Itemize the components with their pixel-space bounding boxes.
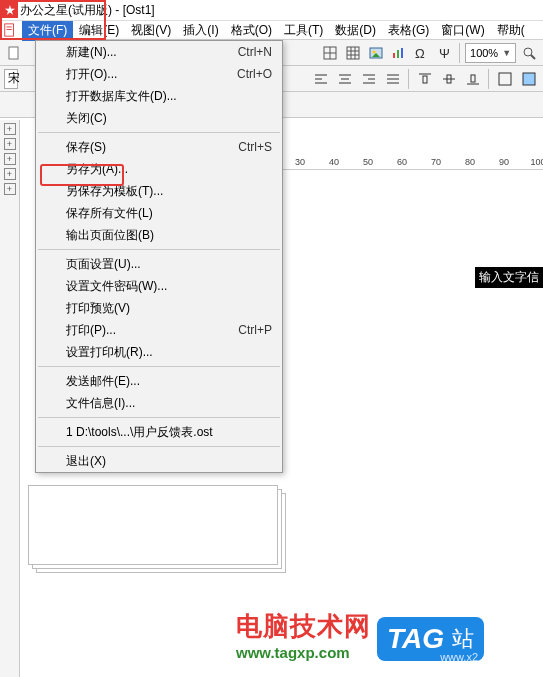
app-title: 办公之星(试用版) - [Ost1] <box>20 2 155 19</box>
app-name: 办公之星 <box>20 3 68 17</box>
tree-node[interactable]: + <box>4 138 16 150</box>
menu-send-mail[interactable]: 发送邮件(E)... <box>36 370 282 392</box>
psi-icon[interactable]: Ψ <box>434 42 454 64</box>
ruler-tick: 80 <box>453 157 487 167</box>
tree-node[interactable]: + <box>4 123 16 135</box>
svg-line-21 <box>531 55 535 59</box>
svg-rect-16 <box>397 50 399 58</box>
menubar: 文件(F) 编辑(E) 视图(V) 插入(I) 格式(O) 工具(T) 数据(D… <box>0 21 543 40</box>
new-icon[interactable] <box>4 42 24 64</box>
menu-view[interactable]: 视图(V) <box>125 20 177 41</box>
menu-page-setup[interactable]: 页面设置(U)... <box>36 253 282 275</box>
ruler-tick: 70 <box>419 157 453 167</box>
align-justify-icon[interactable] <box>382 68 403 90</box>
menu-help[interactable]: 帮助( <box>491 20 531 41</box>
menu-file-info[interactable]: 文件信息(I)... <box>36 392 282 414</box>
page-thumbnails <box>28 485 282 585</box>
menu-printer-setup[interactable]: 设置打印机(R)... <box>36 341 282 363</box>
editor-area[interactable]: 输入文字信 <box>283 172 543 677</box>
font-combo[interactable]: 宋 <box>4 69 18 89</box>
menu-open[interactable]: 打开(O)...Ctrl+O <box>36 63 282 85</box>
tree-node[interactable]: + <box>4 183 16 195</box>
menu-new[interactable]: 新建(N)...Ctrl+N <box>36 41 282 63</box>
ruler-tick: 50 <box>351 157 385 167</box>
app-icon: ★ <box>2 2 18 18</box>
menu-tools[interactable]: 工具(T) <box>278 20 329 41</box>
svg-rect-1 <box>7 27 12 28</box>
svg-rect-2 <box>7 29 12 30</box>
image-icon[interactable] <box>366 42 386 64</box>
omega-icon[interactable]: Ω <box>411 42 431 64</box>
menu-exit[interactable]: 退出(X) <box>36 450 282 472</box>
watermark-url: www.tagxp.com <box>236 644 350 661</box>
svg-rect-3 <box>9 47 18 59</box>
menu-set-password[interactable]: 设置文件密码(W)... <box>36 275 282 297</box>
grid-icon[interactable] <box>343 42 363 64</box>
doc-icon[interactable] <box>2 22 18 38</box>
align-left-icon[interactable] <box>310 68 331 90</box>
badge-zh: 站 <box>452 624 474 654</box>
menu-divider <box>38 417 280 418</box>
menu-recent-1[interactable]: 1 D:\tools\...\用户反馈表.ost <box>36 421 282 443</box>
svg-rect-41 <box>523 73 535 85</box>
menu-edit[interactable]: 编辑(E) <box>73 20 125 41</box>
horizontal-ruler: 30 40 50 60 70 80 90 100 <box>283 154 543 170</box>
menu-divider <box>38 132 280 133</box>
tag-badge: TAG 站 www.x2 <box>377 617 484 661</box>
svg-rect-40 <box>499 73 511 85</box>
valign-bottom-icon[interactable] <box>462 68 483 90</box>
menu-open-db[interactable]: 打开数据库文件(D)... <box>36 85 282 107</box>
valign-middle-icon[interactable] <box>438 68 459 90</box>
svg-point-20 <box>524 48 532 56</box>
menu-divider <box>38 366 280 367</box>
tree-node[interactable]: + <box>4 153 16 165</box>
badge-url: www.x2 <box>440 651 478 663</box>
svg-rect-17 <box>401 48 403 58</box>
svg-text:Ψ: Ψ <box>439 46 450 61</box>
menu-data[interactable]: 数据(D) <box>329 20 382 41</box>
menu-save-template[interactable]: 另保存为模板(T)... <box>36 180 282 202</box>
menu-format[interactable]: 格式(O) <box>225 20 278 41</box>
page-thumb[interactable] <box>28 485 278 565</box>
borders-icon[interactable] <box>494 68 515 90</box>
badge-text: TAG <box>387 623 444 655</box>
watermark-title: 电脑技术网 <box>236 609 371 644</box>
doc-name: - [Ost1] <box>115 3 154 17</box>
chart-icon[interactable] <box>389 42 409 64</box>
ruler-tick: 100 <box>521 157 543 167</box>
align-right-icon[interactable] <box>358 68 379 90</box>
app-edition: (试用版) <box>68 3 112 17</box>
menu-divider <box>38 249 280 250</box>
text-placeholder: 输入文字信 <box>475 267 543 288</box>
ruler-tick: 30 <box>283 157 317 167</box>
menu-file[interactable]: 文件(F) <box>22 20 73 41</box>
align-center-icon[interactable] <box>334 68 355 90</box>
tree-node[interactable]: + <box>4 168 16 180</box>
menu-print-preview[interactable]: 打印预览(V) <box>36 297 282 319</box>
zoom-tool-icon[interactable] <box>519 42 539 64</box>
table-icon[interactable] <box>320 42 340 64</box>
fill-icon[interactable] <box>518 68 539 90</box>
watermark: 电脑技术网 www.tagxp.com TAG 站 www.x2 <box>236 609 484 661</box>
menu-insert[interactable]: 插入(I) <box>177 20 224 41</box>
valign-top-icon[interactable] <box>414 68 435 90</box>
menu-divider <box>38 446 280 447</box>
zoom-combo[interactable]: 100%▼ <box>465 43 516 63</box>
ruler-tick: 90 <box>487 157 521 167</box>
menu-table[interactable]: 表格(G) <box>382 20 435 41</box>
menu-export-bitmap[interactable]: 输出页面位图(B) <box>36 224 282 246</box>
menu-window[interactable]: 窗口(W) <box>435 20 490 41</box>
svg-point-13 <box>372 50 375 53</box>
menu-save-as[interactable]: 另存为(A)... <box>36 158 282 180</box>
titlebar: ★ 办公之星(试用版) - [Ost1] <box>0 0 543 21</box>
menu-print[interactable]: 打印(P)...Ctrl+P <box>36 319 282 341</box>
svg-rect-15 <box>393 53 395 58</box>
file-menu-dropdown: 新建(N)...Ctrl+N 打开(O)...Ctrl+O 打开数据库文件(D)… <box>35 40 283 473</box>
zoom-value: 100% <box>470 47 498 59</box>
menu-save[interactable]: 保存(S)Ctrl+S <box>36 136 282 158</box>
svg-rect-7 <box>347 47 359 59</box>
svg-rect-39 <box>471 75 475 82</box>
svg-text:Ω: Ω <box>415 46 425 61</box>
menu-close[interactable]: 关闭(C) <box>36 107 282 129</box>
menu-save-all[interactable]: 保存所有文件(L) <box>36 202 282 224</box>
